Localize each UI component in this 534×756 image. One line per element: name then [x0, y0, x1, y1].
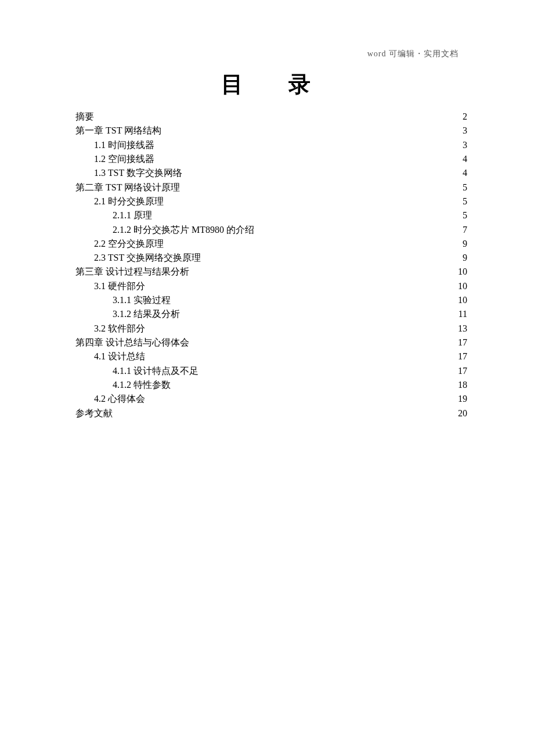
- toc-entry-page: 10: [458, 293, 467, 307]
- toc-entry-page: 5: [463, 195, 467, 208]
- toc-entry-page: 4: [463, 152, 467, 166]
- toc-entry-label: 2.2 空分交换原理: [94, 237, 164, 251]
- toc-entry-label: 4.1.2 特性参数: [113, 378, 171, 392]
- toc-entry-page: 5: [463, 181, 467, 195]
- toc-entry-page: 19: [458, 392, 467, 406]
- toc-entry: 第三章 设计过程与结果分析10: [75, 265, 467, 279]
- toc-entry: 2.1.2 时分交换芯片 MT8980 的介绍7: [75, 223, 467, 237]
- toc-entry-label: 3.1.1 实验过程: [113, 293, 171, 307]
- toc-entry-label: 3.2 软件部分: [94, 322, 145, 336]
- toc-entry-label: 1.1 时间接线器: [94, 138, 154, 152]
- toc-entry-label: 第一章 TST 网络结构: [75, 124, 161, 138]
- toc-entry-page: 13: [458, 322, 467, 336]
- toc-entry-label: 第四章 设计总结与心得体会: [75, 336, 189, 350]
- document-page: word 可编辑・实用文档 目 录 摘要2第一章 TST 网络结构31.1 时间…: [0, 0, 534, 420]
- toc-entry-label: 3.1.2 结果及分析: [113, 307, 180, 321]
- toc-entry: 3.1.2 结果及分析11: [75, 307, 467, 321]
- toc-entry: 3.1.1 实验过程10: [75, 293, 467, 307]
- toc-entry-page: 5: [463, 208, 467, 222]
- toc-entry-page: 9: [463, 251, 467, 265]
- toc-entry-label: 4.1.1 设计特点及不足: [113, 364, 199, 378]
- toc-entry-label: 摘要: [75, 110, 94, 124]
- toc-entry: 第四章 设计总结与心得体会17: [75, 336, 467, 350]
- toc-entry-page: 20: [458, 406, 467, 420]
- toc-entry: 2.1 时分交换原理5: [75, 195, 467, 208]
- toc-entry-page: 4: [463, 166, 467, 180]
- toc-entry-label: 第三章 设计过程与结果分析: [75, 265, 189, 279]
- toc-entry-label: 2.1.2 时分交换芯片 MT8980 的介绍: [113, 223, 254, 237]
- toc-entry: 1.1 时间接线器3: [75, 138, 467, 152]
- toc-entry-label: 参考文献: [75, 406, 113, 420]
- toc-entry: 3.2 软件部分 13: [75, 322, 467, 336]
- toc-entry-label: 1.2 空间接线器: [94, 152, 154, 166]
- toc-entry-page: 9: [463, 237, 467, 251]
- toc-entry-label: 第二章 TST 网络设计原理: [75, 181, 180, 195]
- toc-entry: 3.1 硬件部分10: [75, 279, 467, 293]
- toc-entry: 第一章 TST 网络结构3: [75, 124, 467, 138]
- toc-entry-label: 2.1.1 原理: [113, 208, 152, 222]
- toc-entry: 2.3 TST 交换网络交换原理 9: [75, 251, 467, 265]
- toc-entry: 4.2 心得体会 19: [75, 392, 467, 406]
- toc-entry: 参考文献20: [75, 406, 467, 420]
- toc-entry-page: 10: [458, 265, 467, 279]
- toc-entry-page: 2: [463, 110, 467, 124]
- toc-entry-label: 3.1 硬件部分: [94, 279, 145, 293]
- toc-entry-label: 1.3 TST 数字交换网络: [94, 166, 182, 180]
- toc-entry: 4.1 设计总结17: [75, 350, 467, 363]
- toc-title: 目 录: [75, 70, 467, 99]
- toc-entry: 第二章 TST 网络设计原理5: [75, 181, 467, 195]
- toc-entry-page: 11: [459, 307, 467, 321]
- toc-entry: 1.2 空间接线器4: [75, 152, 467, 166]
- toc-entry-label: 2.3 TST 交换网络交换原理: [94, 251, 201, 265]
- toc-entry: 2.1.1 原理5: [75, 208, 467, 222]
- toc-entry-page: 17: [458, 364, 467, 378]
- toc-entry-page: 17: [458, 336, 467, 350]
- toc-entry-page: 7: [463, 223, 467, 237]
- toc-entry: 2.2 空分交换原理9: [75, 237, 467, 251]
- table-of-contents: 摘要2第一章 TST 网络结构31.1 时间接线器31.2 空间接线器41.3 …: [75, 110, 467, 420]
- header-note: word 可编辑・实用文档: [367, 49, 459, 59]
- toc-entry-page: 10: [458, 279, 467, 293]
- toc-entry-page: 3: [463, 124, 467, 138]
- toc-entry-page: 17: [458, 350, 467, 363]
- toc-entry: 4.1.1 设计特点及不足17: [75, 364, 467, 378]
- toc-entry-label: 4.1 设计总结: [94, 350, 145, 363]
- toc-entry-page: 3: [463, 138, 467, 152]
- toc-entry: 4.1.2 特性参数18: [75, 378, 467, 392]
- toc-entry: 摘要2: [75, 110, 467, 124]
- toc-entry: 1.3 TST 数字交换网络 4: [75, 166, 467, 180]
- toc-entry-label: 2.1 时分交换原理: [94, 195, 164, 208]
- toc-entry-label: 4.2 心得体会: [94, 392, 145, 406]
- toc-entry-page: 18: [458, 378, 467, 392]
